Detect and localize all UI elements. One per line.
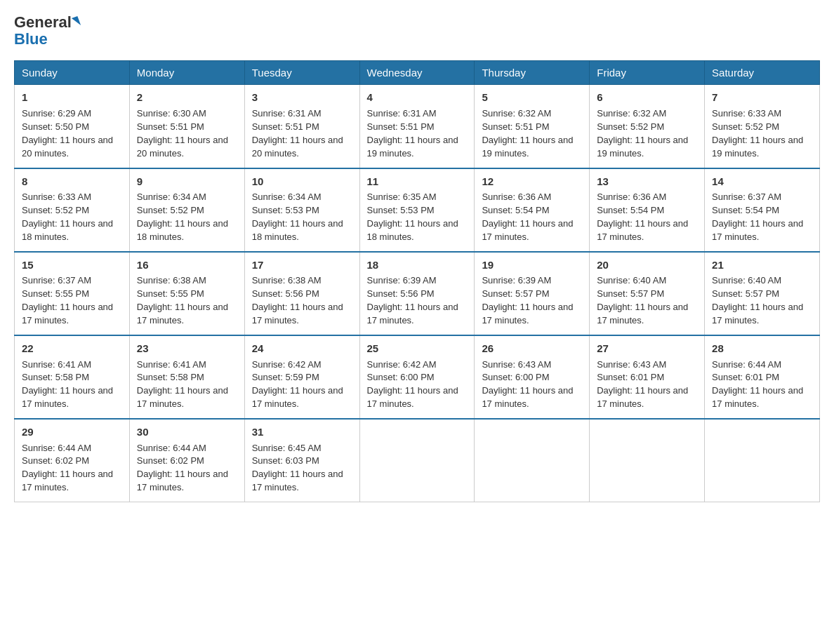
sunset-label: Sunset: 6:02 PM	[137, 455, 204, 466]
sunrise-label: Sunrise: 6:29 AM	[22, 108, 91, 119]
sunrise-label: Sunrise: 6:34 AM	[137, 192, 206, 202]
calendar-week-row: 1 Sunrise: 6:29 AM Sunset: 5:50 PM Dayli…	[15, 85, 820, 168]
day-number: 2	[137, 90, 237, 105]
calendar-cell: 19 Sunrise: 6:39 AM Sunset: 5:57 PM Dayl…	[475, 252, 590, 335]
sunset-label: Sunset: 5:52 PM	[137, 205, 204, 215]
sunset-label: Sunset: 6:02 PM	[22, 455, 89, 466]
daylight-label: Daylight: 11 hours and 17 minutes.	[712, 302, 803, 326]
sunset-label: Sunset: 5:52 PM	[597, 121, 664, 132]
daylight-label: Daylight: 11 hours and 18 minutes.	[367, 218, 458, 242]
day-number: 8	[22, 174, 122, 189]
daylight-label: Daylight: 11 hours and 20 minutes.	[252, 135, 343, 159]
sunset-label: Sunset: 5:51 PM	[252, 121, 319, 132]
daylight-label: Daylight: 11 hours and 18 minutes.	[252, 218, 343, 242]
calendar-cell	[705, 419, 820, 502]
day-number: 25	[367, 341, 468, 356]
sunset-label: Sunset: 5:55 PM	[22, 288, 89, 299]
calendar-day-header: Wednesday	[359, 61, 475, 85]
daylight-label: Daylight: 11 hours and 17 minutes.	[597, 302, 688, 326]
sunset-label: Sunset: 5:53 PM	[367, 205, 435, 215]
logo-blue-text: Blue	[14, 30, 48, 48]
daylight-label: Daylight: 11 hours and 17 minutes.	[252, 385, 343, 409]
sunset-label: Sunset: 5:51 PM	[482, 121, 549, 132]
sunrise-label: Sunrise: 6:38 AM	[252, 275, 322, 286]
daylight-label: Daylight: 11 hours and 19 minutes.	[597, 135, 688, 159]
daylight-label: Daylight: 11 hours and 17 minutes.	[597, 218, 688, 242]
sunrise-label: Sunrise: 6:36 AM	[482, 192, 551, 202]
daylight-label: Daylight: 11 hours and 17 minutes.	[367, 302, 458, 326]
sunrise-label: Sunrise: 6:44 AM	[22, 443, 91, 453]
day-number: 3	[252, 90, 352, 105]
sunset-label: Sunset: 5:52 PM	[712, 121, 779, 132]
logo-general-text: General	[14, 13, 72, 31]
calendar-day-header: Monday	[129, 61, 244, 85]
calendar-cell: 7 Sunrise: 6:33 AM Sunset: 5:52 PM Dayli…	[705, 85, 820, 168]
calendar-cell: 25 Sunrise: 6:42 AM Sunset: 6:00 PM Dayl…	[359, 335, 475, 419]
calendar-cell: 29 Sunrise: 6:44 AM Sunset: 6:02 PM Dayl…	[15, 419, 130, 502]
calendar-day-header: Friday	[590, 61, 705, 85]
daylight-label: Daylight: 11 hours and 17 minutes.	[137, 385, 228, 409]
calendar-cell	[475, 419, 590, 502]
day-number: 6	[597, 90, 697, 105]
calendar-cell: 8 Sunrise: 6:33 AM Sunset: 5:52 PM Dayli…	[15, 168, 130, 252]
sunrise-label: Sunrise: 6:39 AM	[367, 275, 437, 286]
sunset-label: Sunset: 5:54 PM	[712, 205, 779, 215]
calendar-week-row: 29 Sunrise: 6:44 AM Sunset: 6:02 PM Dayl…	[15, 419, 820, 502]
day-number: 29	[22, 424, 122, 440]
calendar-cell: 10 Sunrise: 6:34 AM Sunset: 5:53 PM Dayl…	[244, 168, 359, 252]
day-number: 20	[597, 257, 697, 273]
calendar-cell: 11 Sunrise: 6:35 AM Sunset: 5:53 PM Dayl…	[359, 168, 475, 252]
calendar-cell: 30 Sunrise: 6:44 AM Sunset: 6:02 PM Dayl…	[129, 419, 244, 502]
calendar-week-row: 22 Sunrise: 6:41 AM Sunset: 5:58 PM Dayl…	[15, 335, 820, 419]
sunrise-label: Sunrise: 6:32 AM	[482, 108, 551, 119]
daylight-label: Daylight: 11 hours and 18 minutes.	[137, 218, 228, 242]
daylight-label: Daylight: 11 hours and 17 minutes.	[712, 385, 803, 409]
calendar-cell: 26 Sunrise: 6:43 AM Sunset: 6:00 PM Dayl…	[475, 335, 590, 419]
daylight-label: Daylight: 11 hours and 17 minutes.	[137, 469, 228, 492]
day-number: 30	[137, 424, 237, 440]
sunset-label: Sunset: 5:54 PM	[597, 205, 664, 215]
daylight-label: Daylight: 11 hours and 17 minutes.	[597, 385, 688, 409]
sunset-label: Sunset: 6:01 PM	[712, 372, 779, 382]
sunrise-label: Sunrise: 6:31 AM	[367, 108, 437, 119]
sunset-label: Sunset: 6:00 PM	[482, 372, 549, 382]
calendar-cell: 20 Sunrise: 6:40 AM Sunset: 5:57 PM Dayl…	[590, 252, 705, 335]
daylight-label: Daylight: 11 hours and 17 minutes.	[712, 218, 803, 242]
day-number: 12	[482, 174, 582, 189]
logo-general-line: General	[14, 14, 79, 31]
daylight-label: Daylight: 11 hours and 17 minutes.	[22, 302, 113, 326]
sunrise-label: Sunrise: 6:41 AM	[22, 359, 91, 370]
daylight-label: Daylight: 11 hours and 19 minutes.	[482, 135, 573, 159]
calendar-cell: 2 Sunrise: 6:30 AM Sunset: 5:51 PM Dayli…	[129, 85, 244, 168]
sunrise-label: Sunrise: 6:43 AM	[597, 359, 666, 370]
daylight-label: Daylight: 11 hours and 17 minutes.	[482, 218, 573, 242]
day-number: 22	[22, 341, 122, 356]
daylight-label: Daylight: 11 hours and 17 minutes.	[252, 469, 343, 492]
calendar-cell: 27 Sunrise: 6:43 AM Sunset: 6:01 PM Dayl…	[590, 335, 705, 419]
calendar-day-header: Thursday	[475, 61, 590, 85]
calendar-day-header: Saturday	[705, 61, 820, 85]
sunset-label: Sunset: 5:51 PM	[137, 121, 204, 132]
sunrise-label: Sunrise: 6:43 AM	[482, 359, 551, 370]
calendar-cell: 17 Sunrise: 6:38 AM Sunset: 5:56 PM Dayl…	[244, 252, 359, 335]
calendar-table: SundayMondayTuesdayWednesdayThursdayFrid…	[14, 60, 820, 502]
day-number: 23	[137, 341, 237, 356]
sunset-label: Sunset: 5:58 PM	[137, 372, 204, 382]
day-number: 16	[137, 257, 237, 273]
calendar-day-header: Sunday	[15, 61, 130, 85]
sunrise-label: Sunrise: 6:42 AM	[252, 359, 322, 370]
calendar-cell: 13 Sunrise: 6:36 AM Sunset: 5:54 PM Dayl…	[590, 168, 705, 252]
day-number: 9	[137, 174, 237, 189]
day-number: 1	[22, 90, 122, 105]
sunset-label: Sunset: 5:54 PM	[482, 205, 549, 215]
calendar-cell	[359, 419, 475, 502]
day-number: 31	[252, 424, 352, 440]
day-number: 28	[712, 341, 812, 356]
logo-blue-line: Blue	[14, 31, 79, 48]
day-number: 18	[367, 257, 468, 273]
calendar-cell: 9 Sunrise: 6:34 AM Sunset: 5:52 PM Dayli…	[129, 168, 244, 252]
daylight-label: Daylight: 11 hours and 20 minutes.	[22, 135, 113, 159]
calendar-week-row: 8 Sunrise: 6:33 AM Sunset: 5:52 PM Dayli…	[15, 168, 820, 252]
sunset-label: Sunset: 5:51 PM	[367, 121, 435, 132]
daylight-label: Daylight: 11 hours and 17 minutes.	[482, 385, 573, 409]
